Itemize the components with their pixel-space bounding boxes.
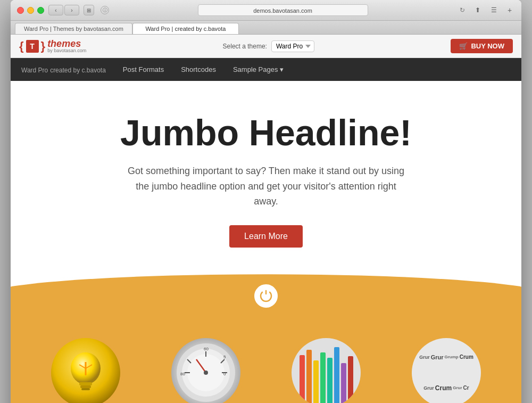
- close-button[interactable]: [17, 7, 24, 14]
- address-bar[interactable]: demos.bavotasan.com: [198, 4, 368, 16]
- browser-window: ‹ › ⊞ ⓘ demos.bavotasan.com ↻ ⬆ ☰ + Ward…: [11, 0, 521, 403]
- select-theme-label: Select a theme:: [223, 43, 267, 50]
- hero-subtitle: Got something important to say? Then mak…: [128, 163, 404, 209]
- svg-rect-3: [80, 385, 91, 388]
- maximize-button[interactable]: [37, 7, 44, 14]
- feature-img-gauge: 60 5 0 80: [171, 338, 240, 403]
- view-button[interactable]: ⊞: [84, 5, 94, 15]
- traffic-lights: [17, 7, 44, 14]
- refresh-icon[interactable]: ↻: [460, 6, 465, 14]
- svg-text:60: 60: [204, 347, 209, 351]
- svg-point-21: [204, 371, 208, 375]
- power-icon: [260, 290, 272, 302]
- logo-text: themes by bavotasan.com: [47, 39, 86, 53]
- logo-sub-text: by bavotasan.com: [47, 48, 86, 53]
- pencil-orange: [306, 350, 312, 403]
- feature-img-lightbulb: [51, 338, 120, 403]
- lightbulb-svg: [64, 346, 107, 399]
- site-nav: Ward Pro created by c.bavota Post Format…: [11, 58, 521, 81]
- typo-text-3: Grump: [445, 355, 459, 359]
- hero-title: Jumbo Headline!: [32, 113, 500, 153]
- nav-item-post-formats[interactable]: Post Formats: [114, 58, 172, 81]
- pencil-blue: [334, 347, 339, 403]
- theme-selector-area: Select a theme: Ward Pro: [95, 40, 442, 52]
- learn-more-button[interactable]: Learn More: [229, 225, 303, 248]
- feature-customizable: 60 5 0 80 Fully Customizable Take advant…: [152, 338, 260, 403]
- typo-text-5: Grur: [423, 385, 434, 391]
- pencil-yellow: [313, 360, 319, 403]
- typo-text-2: Grur: [431, 354, 444, 360]
- browser-actions: ⬆ ☰: [471, 5, 500, 15]
- minimize-button[interactable]: [27, 7, 34, 14]
- logo-themes-text: themes: [47, 39, 86, 48]
- pencil-purple: [341, 363, 346, 403]
- feature-img-pencils: [292, 338, 361, 403]
- pencil-red: [300, 355, 305, 403]
- typo-text-4: Crum: [460, 354, 473, 360]
- feature-typography: Grur Grur Grump Crum Grur Crum Grur Cr B…: [393, 338, 500, 403]
- browser-titlebar: ‹ › ⊞ ⓘ demos.bavotasan.com ↻ ⬆ ☰ +: [11, 0, 521, 21]
- gauge-svg: 60 5 0 80: [174, 341, 238, 403]
- nav-item-sample-pages[interactable]: Sample Pages ▾: [225, 58, 293, 81]
- address-bar-container: ⓘ demos.bavotasan.com ↻: [98, 4, 467, 16]
- power-icon-wrap: [32, 283, 500, 309]
- svg-text:5: 5: [223, 355, 226, 359]
- theme-select-dropdown[interactable]: Ward Pro: [271, 40, 314, 52]
- tab-2[interactable]: Ward Pro | created by c.bavota: [132, 23, 239, 34]
- bookmark-button[interactable]: ☰: [487, 5, 500, 15]
- logo-t-box: T: [26, 40, 39, 53]
- logo-brace-right: }: [41, 39, 46, 53]
- typo-text-6: Crum: [435, 384, 452, 392]
- buy-now-button[interactable]: 🛒 BUY NOW: [451, 39, 513, 53]
- hero-section: Jumbo Headline! Got something important …: [11, 81, 521, 274]
- share-button[interactable]: ⬆: [471, 5, 484, 15]
- svg-rect-2: [79, 382, 92, 385]
- typo-text-7: Grur: [453, 385, 462, 390]
- theme-bar: { T } themes by bavotasan.com Select a t…: [11, 35, 521, 58]
- pencil-darkred: [348, 356, 353, 403]
- back-button[interactable]: ‹: [48, 5, 63, 15]
- nav-item-shortcodes[interactable]: Shortcodes: [172, 58, 225, 81]
- typo-text-8: Cr: [463, 385, 469, 391]
- svg-rect-4: [81, 388, 90, 390]
- buy-now-label: BUY NOW: [471, 42, 504, 50]
- tab-bar: Ward Pro | Themes by bavotasan.com Ward …: [11, 21, 521, 35]
- tab-1[interactable]: Ward Pro | Themes by bavotasan.com: [15, 23, 132, 34]
- logo-brace-left: {: [19, 39, 24, 53]
- features-section: Responsive Design Resize your browser to…: [11, 295, 521, 403]
- info-icon: ⓘ: [101, 6, 109, 14]
- nav-buttons: ‹ ›: [48, 5, 79, 15]
- chevron-down-icon: ▾: [280, 65, 284, 73]
- svg-text:80: 80: [180, 372, 185, 376]
- forward-button[interactable]: ›: [64, 5, 79, 15]
- cart-icon: 🛒: [459, 42, 468, 50]
- new-tab-button[interactable]: +: [504, 5, 515, 15]
- feature-responsive: Responsive Design Resize your browser to…: [32, 338, 139, 403]
- feature-img-typography: Grur Grur Grump Crum Grur Crum Grur Cr: [412, 338, 481, 403]
- features-grid: Responsive Design Resize your browser to…: [32, 338, 500, 403]
- nav-brand-sub: created by c.bavota: [50, 67, 106, 74]
- logo: { T } themes by bavotasan.com: [19, 39, 86, 53]
- svg-text:0: 0: [223, 372, 226, 376]
- pencil-green: [320, 352, 326, 403]
- pencil-teal: [327, 358, 332, 403]
- feature-colors: Color Options With so many colors to cho…: [272, 338, 380, 403]
- nav-brand-name: Ward Pro: [21, 67, 48, 74]
- nav-brand: Ward Pro created by c.bavota: [21, 59, 114, 80]
- power-icon-circle: [253, 283, 279, 309]
- typo-text-1: Grur: [419, 355, 430, 360]
